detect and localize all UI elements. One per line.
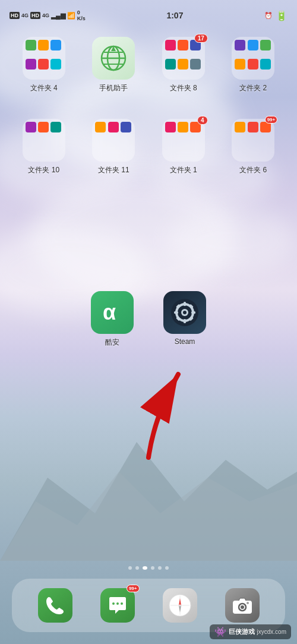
- status-left: HD 4G HD 4G ▂▄▆ 📶 0K/s: [10, 10, 86, 21]
- network-speed: 0K/s: [77, 10, 86, 21]
- dock-safari[interactable]: [163, 588, 197, 623]
- folder8-label: 文件夹 8: [170, 83, 197, 93]
- svg-point-23: [116, 602, 119, 605]
- folder10-icon-wrapper: [23, 119, 65, 162]
- folder11-icon-wrapper: [92, 119, 135, 162]
- phone-icon: [38, 588, 72, 623]
- phone-assist-icon-wrapper: [92, 37, 135, 80]
- folder11-icon: [92, 119, 135, 162]
- dot-3-active: [143, 566, 147, 570]
- svg-rect-15: [174, 311, 178, 314]
- dot-6: [165, 566, 169, 570]
- app-steam[interactable]: Steam: [163, 291, 206, 348]
- watermark: 👾 巨侠游戏 jxycdx.com: [210, 624, 291, 639]
- folder1-badge: 4: [197, 116, 208, 125]
- svg-rect-13: [184, 302, 186, 306]
- folder6-label: 文件夹 6: [239, 165, 267, 175]
- signal-4g1: 4G: [21, 12, 29, 18]
- app-folder4[interactable]: 文件夹 4: [12, 37, 76, 93]
- app-folder11[interactable]: 文件夹 11: [82, 119, 146, 175]
- folder10-label: 文件夹 10: [28, 165, 59, 175]
- folder2-icon: [232, 37, 274, 80]
- folder6-badge: 99+: [265, 116, 278, 124]
- arrow-indicator: [131, 356, 202, 466]
- watermark-logo: 👾: [214, 626, 226, 637]
- svg-point-34: [247, 602, 249, 604]
- steam-icon-wrapper: [163, 291, 206, 334]
- battery-icon: 🔋: [276, 10, 287, 21]
- folder8-icon-wrapper: 17: [162, 37, 205, 80]
- watermark-text: 巨侠游戏: [229, 627, 255, 636]
- dock-message[interactable]: 99+: [100, 588, 135, 623]
- camera-icon: [225, 588, 260, 623]
- dot-1: [128, 566, 132, 570]
- svg-point-33: [241, 605, 244, 609]
- dot-2: [135, 566, 139, 570]
- status-right: ⏰ 🔋: [264, 10, 287, 21]
- folder10-icon: [23, 119, 65, 162]
- dock-phone[interactable]: [38, 588, 72, 623]
- folder1-icon: [162, 119, 205, 162]
- folder4-icon: [23, 37, 65, 80]
- wifi-icon: 📶: [67, 12, 75, 20]
- alarm-icon: ⏰: [264, 12, 273, 20]
- folder2-icon-wrapper: [232, 37, 274, 80]
- steam-icon: [163, 291, 206, 334]
- svg-rect-14: [184, 319, 186, 323]
- svg-rect-16: [191, 311, 195, 314]
- watermark-url: jxycdx.com: [257, 629, 286, 635]
- dock-camera[interactable]: [225, 588, 260, 623]
- safari-icon: [163, 588, 197, 623]
- kuan-icon-wrapper: α: [91, 291, 134, 334]
- signal-hd2: HD: [30, 12, 40, 19]
- folder8-badge: 17: [194, 34, 208, 43]
- folder8-icon: [162, 37, 205, 80]
- app-grid-row2: 文件夹 10 文件夹 11 4: [0, 113, 297, 181]
- steam-label: Steam: [175, 337, 195, 346]
- app-folder10[interactable]: 文件夹 10: [12, 119, 76, 175]
- app-folder6[interactable]: 99+ 文件夹 6: [222, 119, 286, 175]
- dot-4: [151, 566, 154, 570]
- folder1-label: 文件夹 1: [170, 165, 197, 175]
- phone-assist-icon: [92, 37, 135, 80]
- time-display: 1:07: [166, 11, 183, 20]
- kuan-icon: α: [91, 291, 134, 334]
- signal-hd1: HD: [10, 12, 20, 19]
- dot-5: [158, 566, 162, 570]
- folder4-icon-wrapper: [23, 37, 65, 80]
- message-badge: 99+: [127, 585, 140, 592]
- app-grid-row1: 文件夹 4 手机助手: [0, 31, 297, 99]
- message-icon: [100, 588, 135, 623]
- app-folder2[interactable]: 文件夹 2: [222, 37, 286, 93]
- kuan-label: 酷安: [105, 337, 119, 348]
- folder6-icon: [232, 119, 274, 162]
- app-phone-assist[interactable]: 手机助手: [82, 37, 146, 93]
- app-folder1[interactable]: 4 文件夹 1: [151, 119, 216, 175]
- phone-assist-label: 手机助手: [99, 83, 128, 93]
- folder2-label: 文件夹 2: [239, 83, 267, 93]
- signal-bars: ▂▄▆: [51, 12, 65, 20]
- svg-text:α: α: [103, 300, 116, 324]
- svg-point-22: [112, 602, 115, 605]
- signal-4g2: 4G: [42, 12, 49, 18]
- middle-apps: α 酷安: [0, 291, 297, 348]
- status-bar: HD 4G HD 4G ▂▄▆ 📶 0K/s 1:07 ⏰ 🔋: [0, 0, 297, 26]
- svg-point-12: [183, 311, 187, 314]
- folder6-icon-wrapper: 99+: [232, 119, 274, 162]
- folder11-label: 文件夹 11: [98, 165, 129, 175]
- page-dots: [0, 566, 297, 570]
- app-folder8[interactable]: 17 文件夹 8: [151, 37, 216, 93]
- svg-point-24: [121, 602, 123, 605]
- app-kuan[interactable]: α 酷安: [91, 291, 134, 348]
- folder4-label: 文件夹 4: [30, 83, 58, 93]
- folder1-icon-wrapper: 4: [162, 119, 205, 162]
